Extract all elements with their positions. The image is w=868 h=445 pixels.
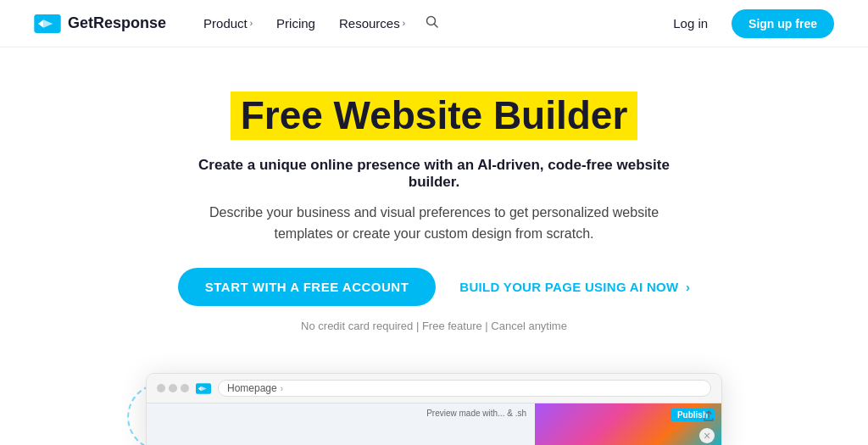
browser-content: Preview made with... & .sh Publish × <box>147 403 721 445</box>
product-chevron-icon: › <box>250 19 253 28</box>
build-with-ai-link[interactable]: BUILD YOUR PAGE USING AI NOW › <box>459 280 690 294</box>
signup-button[interactable]: Sign up free <box>732 9 834 38</box>
hero-section: Free Website Builder Create a unique onl… <box>0 47 868 373</box>
resources-chevron-icon: › <box>403 19 405 28</box>
browser-dot-3 <box>181 384 189 392</box>
start-free-account-button[interactable]: START WITH A FREE ACCOUNT <box>178 268 437 306</box>
nav-links: Product › Pricing Resources › <box>193 8 663 39</box>
search-button[interactable] <box>419 8 446 39</box>
preview-image: Publish <box>535 403 721 445</box>
browser-toolbar: Homepage › <box>147 374 721 403</box>
url-chevron-icon: › <box>281 384 283 393</box>
browser-dot-2 <box>169 384 177 392</box>
share-icon[interactable] <box>703 410 715 425</box>
nav-resources[interactable]: Resources › <box>329 9 415 37</box>
cta-secondary-chevron-icon: › <box>686 280 690 294</box>
nav-right: Log in Sign up free <box>663 9 834 38</box>
cta-row: START WITH A FREE ACCOUNT BUILD YOUR PAG… <box>178 268 690 306</box>
url-text: Homepage <box>227 382 277 394</box>
nav-pricing[interactable]: Pricing <box>266 9 326 37</box>
hero-description: Describe your business and visual prefer… <box>197 203 671 245</box>
nav-product[interactable]: Product › <box>193 9 263 37</box>
hero-subtitle: Create a unique online presence with an … <box>180 157 688 191</box>
preview-browser: Homepage › Preview made with... & .sh Pu… <box>146 373 722 445</box>
logo[interactable]: GetResponse <box>34 14 166 33</box>
svg-line-2 <box>435 24 438 27</box>
browser-dot-1 <box>157 384 165 392</box>
preview-label: Preview made with... & .sh <box>426 409 526 418</box>
search-icon <box>426 15 439 32</box>
browser-url-bar[interactable]: Homepage › <box>218 380 711 397</box>
fine-print: No credit card required | Free feature |… <box>301 320 567 332</box>
preview-wrapper: ↑ Homepage › Preview made with... & .sh <box>0 373 868 445</box>
navbar: GetResponse Product › Pricing Resources … <box>0 0 868 47</box>
logo-icon <box>34 14 61 33</box>
logo-text: GetResponse <box>68 14 166 32</box>
browser-logo-icon <box>196 383 211 394</box>
hero-title: Free Website Builder <box>231 92 638 140</box>
login-button[interactable]: Log in <box>663 9 718 37</box>
browser-dots <box>157 384 189 392</box>
